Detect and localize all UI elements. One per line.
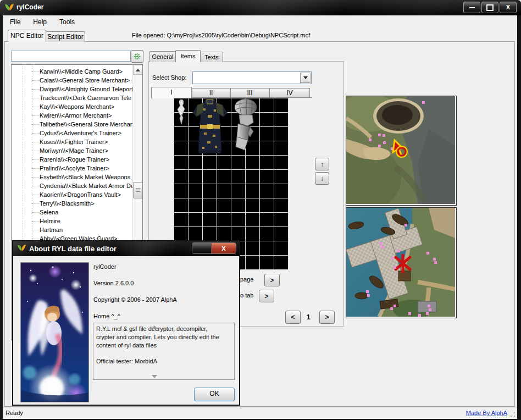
menu-item[interactable]: Tools	[52, 15, 80, 28]
tree-item[interactable]: Rarenia\\<Rogue Trainer>	[12, 155, 131, 164]
tree-item[interactable]: Cyndenia\\<Black Market Armor De	[12, 181, 131, 190]
maximize-button[interactable]	[481, 2, 498, 13]
item-pendant[interactable]	[175, 99, 188, 126]
window-border-right	[517, 15, 521, 418]
shop-combobox[interactable]	[192, 71, 312, 84]
npc-search-input[interactable]	[11, 51, 131, 62]
app-logo-icon	[17, 244, 26, 253]
tab-npc-editor[interactable]: NPC Editor	[8, 30, 46, 42]
item-gauntlet[interactable]	[231, 98, 260, 152]
close-button[interactable]: X	[500, 2, 517, 13]
chevron-right-icon: >	[264, 292, 268, 300]
npc-tree-rows: Karwin\\<Middle Camp Guard> Calas\\<Gene…	[12, 67, 131, 243]
map-overview-top[interactable]	[346, 96, 457, 206]
resize-grip-icon[interactable]	[510, 412, 516, 417]
combobox-dropdown-button[interactable]	[300, 73, 311, 83]
menu-item[interactable]: File	[3, 15, 26, 28]
scroll-up-icon[interactable]	[152, 325, 157, 329]
about-copyright: Copyright © 2006 - 2007 AlphA	[93, 296, 177, 303]
tree-item-label: Terry\\\<Blacksmith>	[40, 200, 95, 207]
arrow-up-icon	[136, 69, 140, 71]
about-artwork	[20, 262, 89, 402]
tree-item[interactable]: Cydus\\<Adventurer's Trainer>	[12, 129, 131, 137]
tree-branch-line	[32, 168, 38, 169]
tree-branch-line	[32, 142, 38, 142]
tree-item-label: Cydus\\<Adventurer's Trainer>	[40, 130, 121, 136]
tree-item[interactable]: Trackcent\\<Dark Caernarvon Tele	[12, 93, 131, 102]
about-home-link[interactable]: Home ^_^	[93, 313, 120, 319]
tree-item-label: Helmire	[40, 218, 60, 224]
menu-item[interactable]: Help	[26, 15, 52, 28]
tree-item-label: Dwigot\\<Almighty Ground Teleport	[40, 86, 133, 92]
app-logo-icon	[4, 3, 14, 13]
tree-branch-line	[32, 203, 38, 204]
tree-branch-line	[32, 80, 38, 81]
tree-item-label: Kay\\\<Weapons Merchant>	[40, 103, 114, 110]
tree-item[interactable]: Kaorien\\<DragonTrans Vault>	[12, 190, 131, 199]
select-shop-label: Select Shop:	[152, 74, 186, 81]
about-dialog: About RYL data file editor X	[12, 240, 240, 406]
tree-item-label: Rarenia\\<Rogue Trainer>	[40, 156, 109, 163]
tree-item[interactable]: Hartman	[12, 225, 131, 234]
tree-item[interactable]: Karwin\\<Middle Camp Guard>	[12, 67, 131, 76]
about-description[interactable]: R.Y.L mcf & gsf file decrypter, decompil…	[93, 323, 235, 380]
tab-script-editor[interactable]: Script Editor	[46, 31, 85, 42]
tree-branch-line	[32, 98, 38, 98]
ok-button[interactable]: OK	[194, 388, 235, 401]
tree-item[interactable]: Helmire	[12, 217, 131, 225]
credit-link[interactable]: Made By AlphA	[466, 410, 507, 416]
maximize-icon	[486, 4, 494, 11]
shop-subtab-1[interactable]: I	[151, 87, 192, 98]
prev-page-button[interactable]: <	[285, 311, 301, 324]
copy-page-label: page	[240, 276, 253, 283]
menubar: FileHelpTools	[3, 15, 517, 29]
shop-subtab-2[interactable]: II	[192, 88, 230, 98]
tree-branch-line	[32, 133, 38, 134]
tree-branch-line	[32, 186, 38, 186]
about-version: Version 2.6.0.0	[93, 280, 134, 286]
tab-texts[interactable]: Texts	[200, 52, 223, 62]
map-top-image	[346, 96, 455, 204]
tree-branch-line	[32, 151, 38, 151]
tree-branch-line	[32, 89, 38, 90]
statusbar: Ready Made By AlphA	[3, 407, 517, 419]
scroll-up-button[interactable]	[133, 65, 143, 75]
tree-item[interactable]: Calas\\<General Store Merchant>	[12, 76, 131, 85]
tree-item[interactable]: Kuses\\\<Fighter Trainer>	[12, 137, 131, 146]
next-page-button[interactable]: >	[319, 311, 335, 324]
tab-items[interactable]: Items	[175, 50, 201, 62]
tree-item[interactable]: Esybeth\\<Black Market Weapons I	[12, 173, 131, 181]
dialog-close-button[interactable]: X	[212, 243, 236, 253]
tree-branch-line	[32, 159, 38, 160]
map-bottom-image	[346, 208, 455, 317]
item-armor[interactable]	[189, 98, 231, 155]
tree-branch-line	[32, 71, 38, 72]
chevron-down-icon	[303, 76, 308, 79]
scrollbar-thumb[interactable]	[133, 182, 143, 198]
tree-item-label: Esybeth\\<Black Market Weapons I	[40, 174, 134, 180]
tree-item[interactable]: Kwiren\\<Armor Merchant>	[12, 111, 131, 120]
copy-tab-label: o tab	[240, 292, 253, 299]
search-button[interactable]	[131, 50, 143, 63]
minimize-button[interactable]	[463, 2, 480, 13]
tree-item[interactable]: Kay\\\<Weapons Merchant>	[12, 102, 131, 111]
move-item-up-button[interactable]: ↑	[315, 158, 329, 170]
tree-item-label: Moriwyn\\<Mage Trainer>	[40, 147, 108, 154]
tree-item-label: Cyndenia\\<Black Market Armor De	[40, 183, 134, 189]
scroll-down-icon[interactable]	[152, 375, 157, 378]
shop-subtab-3[interactable]: III	[230, 88, 269, 98]
tree-item[interactable]: Selena	[12, 208, 131, 217]
tree-item[interactable]: Moriwyn\\<Mage Trainer>	[12, 146, 131, 155]
shop-subtab-4[interactable]: IV	[269, 88, 310, 98]
map-overview-bottom[interactable]	[346, 207, 457, 318]
copy-tab-button[interactable]: >	[259, 290, 274, 302]
tree-item[interactable]: Dwigot\\<Almighty Ground Teleport	[12, 85, 131, 93]
chevron-right-icon: >	[325, 313, 329, 321]
tree-item[interactable]: Terry\\\<Blacksmith>	[12, 199, 131, 208]
status-text: Ready	[5, 410, 23, 416]
tree-item[interactable]: Talibethe\\<General Store Merchan	[12, 120, 131, 129]
tree-item[interactable]: Pralind\\<Acolyte Trainer>	[12, 164, 131, 173]
copy-page-button[interactable]: >	[264, 274, 280, 286]
tab-general[interactable]: General	[149, 51, 176, 62]
move-item-down-button[interactable]: ↓	[315, 172, 329, 185]
